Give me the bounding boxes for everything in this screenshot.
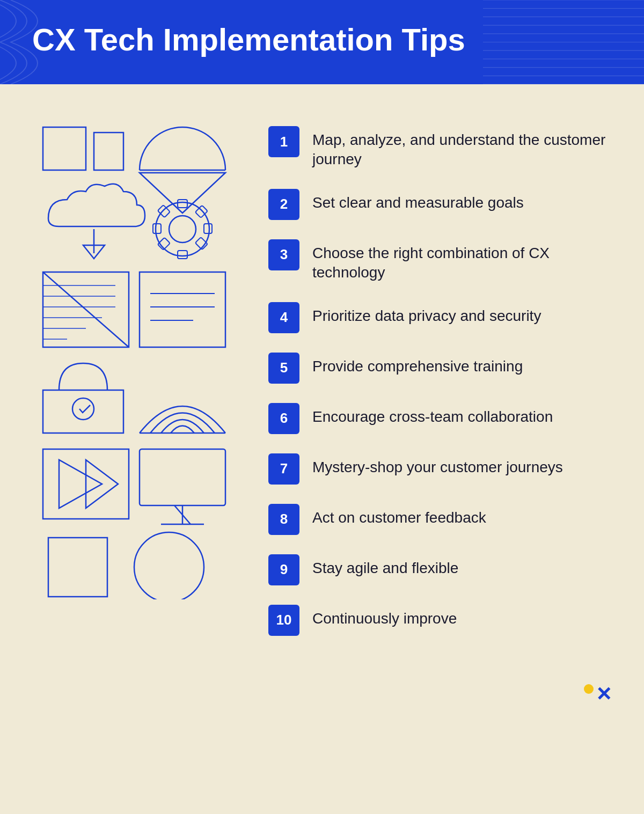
tip-number-2: 2 <box>268 189 299 220</box>
tip-text-6: Encourage cross-team collaboration <box>312 403 553 427</box>
tip-item-10: 10Continuously improve <box>268 595 612 646</box>
header-section: CX Tech Implementation Tips <box>0 0 644 84</box>
tip-text-1: Map, analyze, and understand the custome… <box>312 126 612 170</box>
tip-number-1: 1 <box>268 126 299 157</box>
logo-x-icon: ✕ <box>596 683 612 706</box>
tip-item-8: 8Act on customer feedback <box>268 494 612 545</box>
svg-rect-20 <box>178 251 187 259</box>
tip-number-6: 6 <box>268 403 299 434</box>
svg-point-18 <box>169 216 196 243</box>
svg-rect-44 <box>140 449 225 505</box>
tip-item-2: 2Set clear and measurable goals <box>268 179 612 230</box>
tip-number-7: 7 <box>268 453 299 485</box>
illustration-panel <box>32 116 236 602</box>
svg-rect-19 <box>178 200 187 208</box>
tip-number-3: 3 <box>268 239 299 270</box>
tip-text-2: Set clear and measurable goals <box>312 189 524 212</box>
svg-rect-21 <box>153 224 161 233</box>
svg-point-17 <box>156 202 209 256</box>
tip-text-7: Mystery-shop your customer journeys <box>312 453 563 477</box>
tip-item-5: 5Provide comprehensive training <box>268 343 612 393</box>
tip-text-4: Prioritize data privacy and security <box>312 302 541 326</box>
main-content: 1Map, analyze, and understand the custom… <box>0 84 644 678</box>
tip-item-4: 4Prioritize data privacy and security <box>268 292 612 343</box>
svg-marker-14 <box>140 173 225 213</box>
svg-rect-48 <box>48 538 107 597</box>
svg-rect-11 <box>43 127 86 170</box>
tip-text-9: Stay agile and flexible <box>312 554 458 578</box>
tip-number-8: 8 <box>268 504 299 535</box>
svg-point-39 <box>72 398 94 420</box>
tip-number-10: 10 <box>268 605 299 636</box>
page-title: CX Tech Implementation Tips <box>32 21 612 57</box>
tip-text-10: Continuously improve <box>312 605 457 628</box>
tips-list: 1Map, analyze, and understand the custom… <box>268 116 612 646</box>
logo-dot <box>584 684 594 694</box>
tip-text-5: Provide comprehensive training <box>312 353 523 376</box>
svg-rect-35 <box>140 272 225 347</box>
tip-item-1: 1Map, analyze, and understand the custom… <box>268 116 612 179</box>
svg-line-28 <box>43 272 129 347</box>
tip-item-6: 6Encourage cross-team collaboration <box>268 393 612 444</box>
svg-rect-12 <box>94 133 123 170</box>
tip-number-5: 5 <box>268 353 299 384</box>
tip-text-3: Choose the right combination of CX techn… <box>312 239 612 283</box>
tip-item-7: 7Mystery-shop your customer journeys <box>268 444 612 494</box>
tip-number-9: 9 <box>268 554 299 585</box>
tip-item-3: 3Choose the right combination of CX tech… <box>268 230 612 292</box>
tip-item-9: 9Stay agile and flexible <box>268 545 612 595</box>
svg-point-49 <box>134 532 204 599</box>
tip-text-8: Act on customer feedback <box>312 504 486 527</box>
svg-rect-22 <box>204 224 212 233</box>
footer-logo: ✕ <box>0 678 644 727</box>
tip-number-4: 4 <box>268 302 299 333</box>
